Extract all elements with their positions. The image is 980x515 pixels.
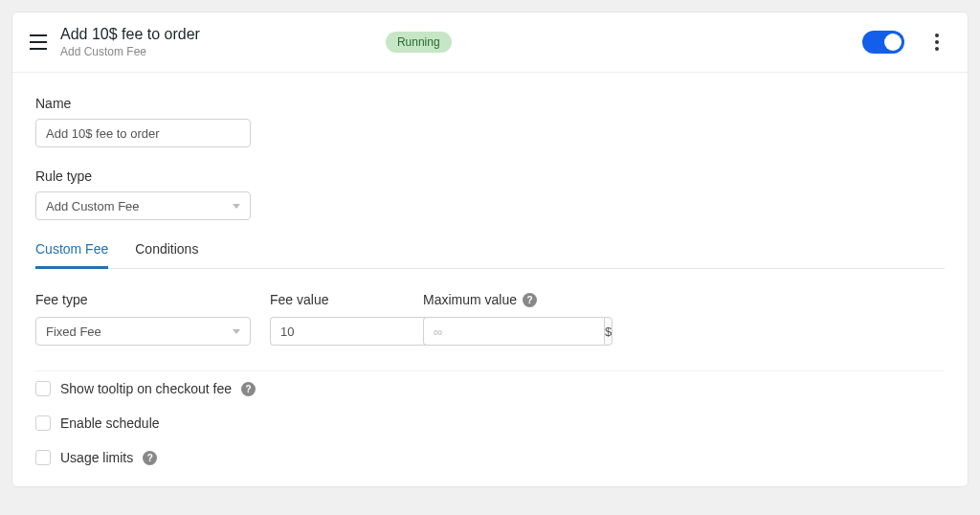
tooltip-checkbox[interactable] [35, 381, 51, 396]
name-label: Name [35, 96, 945, 111]
menu-icon[interactable] [30, 34, 47, 50]
max-value-label: Maximum value ? [423, 292, 557, 307]
tab-custom-fee[interactable]: Custom Fee [35, 241, 108, 269]
tooltip-option-label: Show tooltip on checkout fee [60, 381, 232, 396]
form-body: Name Rule type Add Custom Fee Custom Fee… [12, 73, 968, 486]
chevron-down-icon [233, 329, 240, 334]
fee-row: Fee type Fixed Fee Fee value $ Maximum v… [35, 292, 945, 371]
rule-type-value: Add Custom Fee [46, 199, 140, 213]
tab-conditions[interactable]: Conditions [135, 241, 198, 268]
rule-type-field-group: Rule type Add Custom Fee [35, 168, 945, 220]
chevron-down-icon [233, 204, 240, 209]
page-title: Add 10$ fee to order [60, 26, 200, 43]
enable-toggle[interactable] [862, 31, 904, 54]
usage-option-row: Usage limits ? [35, 440, 945, 475]
header: Add 10$ fee to order Add Custom Fee Runn… [12, 12, 968, 73]
max-value-col: Maximum value ? $ [423, 292, 557, 346]
rule-type-label: Rule type [35, 168, 945, 184]
fee-value-input-group: $ [270, 317, 404, 346]
page-subtitle: Add Custom Fee [60, 45, 200, 58]
more-menu-icon[interactable] [929, 31, 945, 54]
name-field-group: Name [35, 96, 945, 147]
rule-type-select[interactable]: Add Custom Fee [35, 191, 251, 220]
schedule-option-label: Enable schedule [60, 415, 160, 431]
tooltip-option-row: Show tooltip on checkout fee ? [35, 371, 945, 406]
title-block: Add 10$ fee to order Add Custom Fee [60, 26, 200, 58]
help-icon[interactable]: ? [523, 293, 537, 307]
settings-card: Add 10$ fee to order Add Custom Fee Runn… [11, 11, 969, 487]
fee-type-value: Fixed Fee [46, 325, 101, 339]
status-badge: Running [386, 32, 452, 53]
usage-checkbox[interactable] [35, 450, 51, 465]
fee-value-label: Fee value [270, 292, 404, 307]
fee-value-col: Fee value $ [270, 292, 404, 346]
tabs: Custom Fee Conditions [35, 241, 945, 269]
name-input[interactable] [35, 119, 251, 147]
fee-type-select[interactable]: Fixed Fee [35, 317, 251, 346]
schedule-checkbox[interactable] [35, 415, 51, 431]
help-icon[interactable]: ? [143, 451, 157, 465]
max-value-input[interactable] [423, 317, 604, 346]
help-icon[interactable]: ? [241, 382, 256, 396]
fee-type-label: Fee type [35, 292, 251, 307]
usage-option-label: Usage limits [60, 450, 133, 465]
max-value-unit: $ [604, 317, 612, 346]
schedule-option-row: Enable schedule [35, 406, 945, 440]
fee-type-col: Fee type Fixed Fee [35, 292, 251, 346]
max-value-input-group: $ [423, 317, 557, 346]
